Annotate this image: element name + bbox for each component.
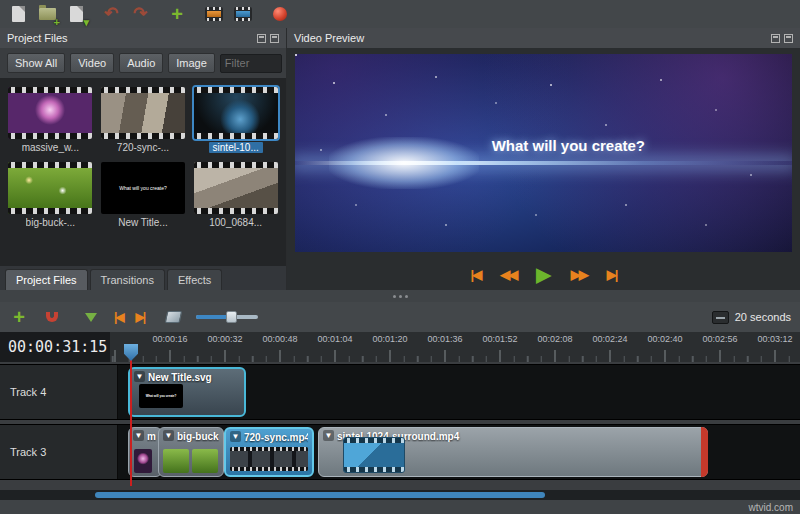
- tab-project-files[interactable]: Project Files: [5, 269, 88, 290]
- snapping-icon[interactable]: [42, 307, 62, 327]
- clip-label: m: [147, 431, 157, 442]
- playhead-timecode: 00:00:31:15: [0, 332, 110, 362]
- clip-menu-chevron-icon[interactable]: ▼: [163, 430, 174, 441]
- dock-controls: [771, 34, 793, 43]
- dock-controls: [257, 34, 279, 43]
- ruler-label: 00:00:48: [262, 334, 297, 344]
- plus-badge-icon: ▾: [83, 17, 89, 27]
- float-panel-icon[interactable]: [257, 34, 266, 43]
- undo-icon[interactable]: ↶: [101, 4, 121, 24]
- video-frame: What will you create?: [295, 54, 792, 252]
- title-thumb-text: What will you create?: [119, 185, 167, 191]
- file-item-100-0684[interactable]: 100_0684...: [192, 162, 279, 228]
- play-button[interactable]: ▶: [536, 263, 551, 286]
- main-toolbar: + ▾ ↶ ↷ +: [0, 0, 800, 28]
- jump-end-button[interactable]: ▶|: [607, 267, 617, 282]
- file-item-sintel[interactable]: sintel-10...: [192, 87, 279, 153]
- timeline-section: + |◀ ▶| 20 seconds 00:00:31:15 00:00:16 …: [0, 302, 800, 500]
- ruler-label: 00:01:20: [372, 334, 407, 344]
- ruler-label: 00:01:36: [427, 334, 462, 344]
- marker-triangle-icon: [85, 313, 97, 322]
- choose-profile-icon[interactable]: [204, 4, 224, 24]
- add-track-icon[interactable]: +: [9, 307, 29, 327]
- timeline-ruler[interactable]: 00:00:16 00:00:32 00:00:48 00:01:04 00:0…: [110, 332, 800, 362]
- file-name: 720-sync-...: [117, 142, 169, 153]
- fast-forward-button[interactable]: ▶▶: [571, 267, 587, 282]
- magnet-icon: [46, 312, 58, 322]
- clip-menu-chevron-icon[interactable]: ▼: [323, 430, 334, 441]
- page-icon: [70, 6, 83, 22]
- tab-transitions[interactable]: Transitions: [90, 269, 165, 290]
- close-panel-icon[interactable]: [270, 34, 279, 43]
- clip-menu-chevron-icon[interactable]: ▼: [134, 371, 145, 382]
- razor-tool-icon[interactable]: [163, 307, 183, 327]
- project-files-grid: massive_w... 720-sync-... sintel-10... b…: [0, 78, 286, 266]
- track-3-lane[interactable]: Track 3 ▼ m ▼ big-buck- ▼ 720-sync.mp4: [0, 424, 800, 480]
- clip-menu-chevron-icon[interactable]: ▼: [230, 431, 241, 442]
- file-item-new-title[interactable]: What will you create? New Title...: [100, 162, 187, 228]
- file-thumbnail: What will you create?: [101, 162, 185, 214]
- filter-input[interactable]: [220, 54, 282, 73]
- audio-filter-button[interactable]: Audio: [119, 53, 163, 73]
- close-panel-icon[interactable]: [784, 34, 793, 43]
- track-4-lane[interactable]: Track 4 ▼ New Title.svg What will you cr…: [0, 364, 800, 420]
- clip-big-buck[interactable]: ▼ big-buck-: [158, 427, 224, 477]
- file-item-massive[interactable]: massive_w...: [7, 87, 94, 153]
- save-project-icon[interactable]: ▾: [66, 4, 86, 24]
- openshot-window: + ▾ ↶ ↷ + Project Files Show All Video A…: [0, 0, 800, 514]
- rewind-button[interactable]: ◀◀: [500, 267, 516, 282]
- file-thumbnail: [8, 87, 92, 139]
- jump-start-button[interactable]: |◀: [471, 267, 481, 282]
- next-marker-icon[interactable]: ▶|: [136, 310, 145, 324]
- file-name: massive_w...: [22, 142, 79, 153]
- zoom-slider-handle[interactable]: [226, 311, 237, 323]
- tab-effects[interactable]: Effects: [167, 269, 222, 290]
- new-project-icon[interactable]: [8, 4, 28, 24]
- open-project-icon[interactable]: +: [37, 4, 57, 24]
- clip-label: New Title.svg: [148, 372, 240, 383]
- image-filter-button[interactable]: Image: [168, 53, 215, 73]
- file-thumbnail: [194, 162, 278, 214]
- ruler-label: 00:02:56: [702, 334, 737, 344]
- clip-thumbnail: [163, 449, 189, 473]
- timeline-horizontal-scrollbar[interactable]: [0, 490, 800, 500]
- clip-menu-chevron-icon[interactable]: ▼: [133, 430, 144, 441]
- panel-splitter[interactable]: [0, 290, 800, 302]
- zoom-scale-label: 20 seconds: [735, 311, 791, 323]
- scrollbar-thumb[interactable]: [95, 492, 545, 498]
- video-filter-button[interactable]: Video: [70, 53, 114, 73]
- clip-thumbnail: [134, 449, 152, 473]
- video-preview-title: Video Preview: [294, 32, 364, 44]
- clip-thumbnail: [343, 437, 405, 473]
- playhead-line: [130, 359, 132, 486]
- plus-icon: +: [13, 308, 25, 326]
- ruler-label: 00:00:32: [207, 334, 242, 344]
- redo-icon[interactable]: ↷: [130, 4, 150, 24]
- show-all-button[interactable]: Show All: [7, 53, 65, 73]
- file-name: New Title...: [118, 217, 167, 228]
- ruler-label: 00:03:12: [757, 334, 792, 344]
- import-files-icon[interactable]: +: [167, 4, 187, 24]
- clip-massive[interactable]: ▼ m: [128, 427, 162, 477]
- clip-new-title[interactable]: ▼ New Title.svg What will you create?: [128, 367, 246, 417]
- add-marker-icon[interactable]: [81, 307, 101, 327]
- bottom-strip: wtvid.com: [0, 500, 800, 514]
- animated-title-icon[interactable]: [233, 4, 253, 24]
- clip-720-sync[interactable]: ▼ 720-sync.mp4: [224, 427, 314, 477]
- track-3-label: Track 3: [0, 425, 118, 479]
- file-item-720-sync[interactable]: 720-sync-...: [100, 87, 187, 153]
- file-thumbnail: [8, 162, 92, 214]
- razor-blade-icon: [164, 311, 182, 323]
- zoom-slider[interactable]: [196, 315, 258, 319]
- previous-marker-icon[interactable]: |◀: [114, 310, 123, 324]
- watermark: wtvid.com: [749, 502, 793, 513]
- tracks-area[interactable]: Track 4 ▼ New Title.svg What will you cr…: [0, 362, 800, 500]
- film-icon: [234, 7, 252, 21]
- page-icon: [12, 6, 25, 22]
- clip-label: big-buck-: [177, 431, 219, 442]
- file-item-big-buck[interactable]: big-buck-...: [7, 162, 94, 228]
- export-video-icon[interactable]: [270, 4, 290, 24]
- film-icon: [205, 7, 223, 21]
- clip-sintel[interactable]: ▼ sintel-1024-surround.mp4: [318, 427, 708, 477]
- float-panel-icon[interactable]: [771, 34, 780, 43]
